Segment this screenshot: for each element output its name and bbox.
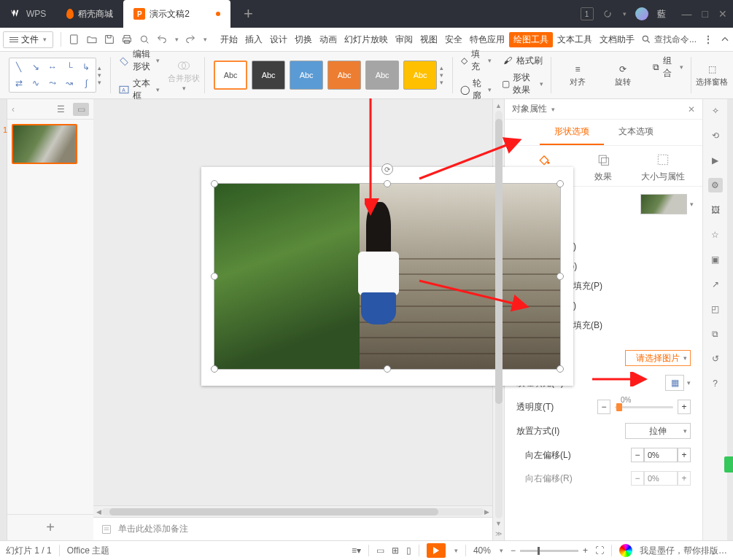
resize-handle[interactable] <box>384 365 391 373</box>
notes-pane[interactable]: 单击此处添加备注 <box>93 517 492 540</box>
shape-style-4[interactable]: Abc <box>327 61 361 90</box>
curve-connector-icon[interactable]: ∿ <box>28 76 43 90</box>
print-preview-icon[interactable] <box>139 34 150 45</box>
menu-transition[interactable]: 切换 <box>292 32 315 47</box>
command-search[interactable]: 查找命令... <box>641 34 697 46</box>
menu-view[interactable]: 视图 <box>417 32 441 47</box>
new-tab-button[interactable]: + <box>244 4 253 23</box>
double-arrow-icon[interactable]: ↔ <box>44 60 60 74</box>
resize-handle[interactable] <box>211 180 218 187</box>
menu-text-tools[interactable]: 文本工具 <box>554 32 595 47</box>
rotate-button[interactable]: ⟳旋转 <box>601 63 645 88</box>
sync-caret-icon[interactable]: ▾ <box>623 10 627 18</box>
elbow-arrow-icon[interactable]: ↳ <box>79 60 94 74</box>
zoom-label[interactable]: 40% <box>473 545 491 556</box>
file-menu-button[interactable]: 文件 ▾ <box>3 31 53 48</box>
selected-shape[interactable]: ⟳ <box>214 183 561 370</box>
menu-design[interactable]: 设计 <box>267 32 290 47</box>
tab-wps-home[interactable]: WPS <box>0 0 56 28</box>
link-icon[interactable]: ⧉ <box>708 327 723 341</box>
zoom-in-button[interactable]: + <box>583 545 588 556</box>
shape-style-3[interactable]: Abc <box>290 61 323 90</box>
transparency-plus[interactable]: + <box>678 400 691 414</box>
transparency-minus[interactable]: − <box>597 400 610 414</box>
resize-handle[interactable] <box>556 180 564 187</box>
line-shape-icon[interactable]: ╲ <box>11 60 26 74</box>
menu-animation[interactable]: 动画 <box>317 32 340 47</box>
elbow-connector-icon[interactable]: └ <box>62 60 77 74</box>
fill-button[interactable]: ◇填充▾ <box>457 47 495 74</box>
open-icon[interactable] <box>86 34 98 45</box>
edit-shape-button[interactable]: 编辑形状▾ <box>115 47 163 74</box>
avatar[interactable] <box>635 7 648 20</box>
outline-view-icon[interactable]: ☰ <box>53 103 69 116</box>
slideshow-button[interactable] <box>427 543 446 558</box>
properties-tool-icon[interactable]: ⚙ <box>708 178 723 192</box>
curve-double-icon[interactable]: ↝ <box>62 76 77 90</box>
style-up-icon[interactable]: ▴ <box>440 64 443 71</box>
select-picture-dropdown[interactable]: 请选择图片▾ <box>625 350 691 366</box>
group-button[interactable]: ⧉组合▾ <box>649 53 686 81</box>
window-close[interactable]: ✕ <box>718 8 727 20</box>
view-normal-icon[interactable]: ▭ <box>376 545 384 556</box>
format-painter-button[interactable]: 🖌格式刷 <box>499 53 546 69</box>
style-more-icon[interactable]: ▾ <box>440 79 443 86</box>
resize-handle[interactable] <box>211 273 218 280</box>
menu-review[interactable]: 审阅 <box>392 32 416 47</box>
freeform-icon[interactable]: ∫ <box>79 76 94 90</box>
horizontal-scrollbar[interactable]: ◀ ▶ <box>93 505 492 517</box>
gallery-more-icon[interactable]: ▾ <box>98 79 101 86</box>
menu-security[interactable]: 安全 <box>442 32 465 47</box>
menu-start[interactable]: 开始 <box>217 32 241 47</box>
save-icon[interactable] <box>104 34 115 45</box>
gallery-up-icon[interactable]: ▴ <box>98 64 101 71</box>
animation-tool-icon[interactable]: ▶ <box>708 153 723 168</box>
view-sorter-icon[interactable]: ⊞ <box>392 545 399 556</box>
rotate-handle-icon[interactable]: ⟳ <box>381 163 393 175</box>
curve-arrow-icon[interactable]: ⤳ <box>44 76 60 90</box>
selection-pane-button[interactable]: ⬚选择窗格 <box>696 63 729 88</box>
elbow-double-icon[interactable]: ⇄ <box>11 76 26 90</box>
fit-window-icon[interactable]: ⛶ <box>595 545 604 556</box>
menu-drawing-tools[interactable]: 绘图工具 <box>509 32 553 47</box>
offset-right-plus[interactable]: + <box>678 471 691 486</box>
collapse-ribbon-icon[interactable] <box>720 34 730 44</box>
history-icon[interactable]: ↺ <box>708 351 723 366</box>
ai-assistant-text[interactable]: 我是墨仔，帮你排版… <box>640 545 727 557</box>
menu-features[interactable]: 特色应用 <box>467 32 508 47</box>
menu-doc-helper[interactable]: 文档助手 <box>597 32 637 47</box>
add-slide-button[interactable]: + <box>7 514 93 540</box>
window-maximize[interactable]: □ <box>702 8 708 20</box>
offset-left-minus[interactable]: − <box>631 448 644 462</box>
shape-style-2[interactable]: Abc <box>252 61 285 90</box>
menu-insert[interactable]: 插入 <box>242 32 265 47</box>
arrow-shape-icon[interactable]: ↘ <box>28 60 43 74</box>
zoom-slider[interactable] <box>520 550 578 552</box>
ai-assistant-icon[interactable] <box>619 544 632 557</box>
notes-toggle-icon[interactable]: ≡▾ <box>352 545 361 556</box>
share-icon[interactable]: ↗ <box>708 277 723 292</box>
notify-badge[interactable]: 1 <box>581 7 594 20</box>
resize-handle[interactable] <box>556 365 564 373</box>
subtab-size-properties[interactable]: 大小与属性 <box>641 152 685 183</box>
thumbnail-view-icon[interactable]: ▭ <box>73 103 89 116</box>
shape-effects-button[interactable]: ▢形状效果▾ <box>499 70 546 98</box>
offset-left-value[interactable]: 0% <box>644 448 678 462</box>
view-reading-icon[interactable]: ▯ <box>406 545 411 556</box>
resize-handle[interactable] <box>556 273 564 280</box>
shape-style-6[interactable]: Abc <box>403 61 437 90</box>
image-icon[interactable]: ◰ <box>708 302 723 316</box>
resource-icon[interactable]: 🖼 <box>708 203 723 217</box>
shape-style-5[interactable]: Abc <box>365 61 399 90</box>
window-minimize[interactable]: — <box>682 8 692 20</box>
redo-icon[interactable] <box>185 34 196 45</box>
transition-tool-icon[interactable]: ⟲ <box>708 128 723 143</box>
menu-slideshow[interactable]: 幻灯片放映 <box>341 32 391 47</box>
align-button[interactable]: ≡对齐 <box>556 63 600 88</box>
template-icon[interactable]: ✧ <box>708 104 723 118</box>
shape-style-1[interactable]: Abc <box>214 61 247 90</box>
fill-preview[interactable] <box>640 194 687 214</box>
zoom-out-button[interactable]: − <box>511 545 516 556</box>
tab-shape-options[interactable]: 形状选项 <box>540 120 604 145</box>
transparency-slider[interactable]: 0% <box>615 406 673 408</box>
